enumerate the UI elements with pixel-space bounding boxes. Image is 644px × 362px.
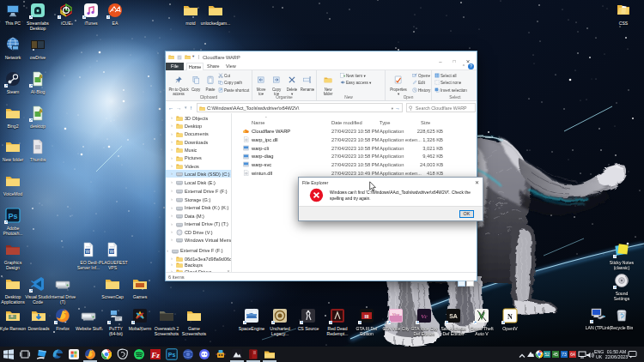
svg-text:SA: SA [449,313,458,319]
svg-text:Ps: Ps [8,212,17,220]
svg-text:Vice: Vice [392,312,400,317]
svg-text:Fz: Fz [150,351,160,359]
svg-text:Ps: Ps [168,352,176,358]
svg-text:N: N [507,313,513,321]
svg-text:III: III [364,314,368,319]
svg-text:W: W [109,249,114,254]
svg-text:Vc: Vc [421,313,428,320]
svg-text:W: W [85,249,90,254]
